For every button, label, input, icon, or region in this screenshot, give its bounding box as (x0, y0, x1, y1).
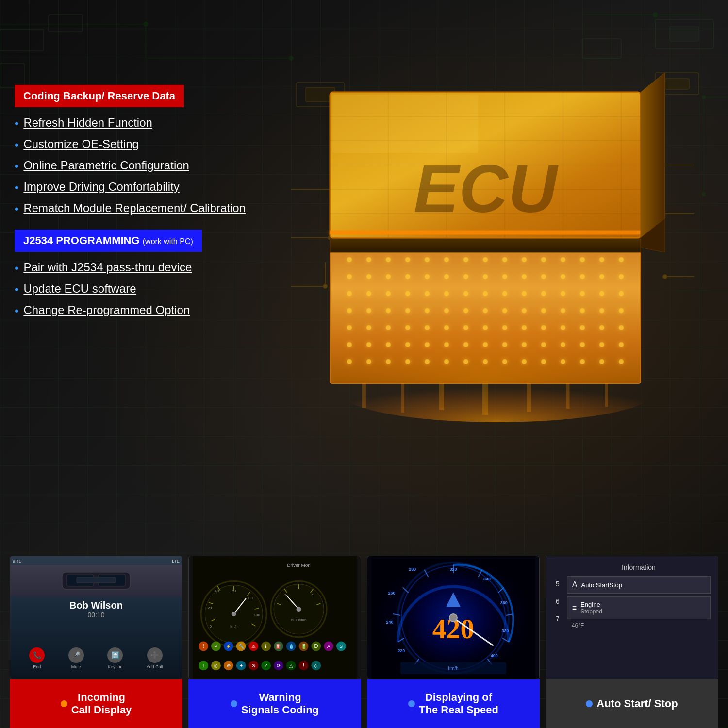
end-label: End (33, 664, 41, 669)
feature-item-2: • Customize OE-Setting (15, 137, 252, 152)
svg-point-99 (561, 308, 565, 313)
svg-point-61 (405, 274, 410, 279)
svg-point-81 (502, 291, 507, 296)
j2534-dot-1: • (15, 262, 18, 275)
svg-point-46 (405, 257, 410, 262)
svg-point-104 (366, 325, 371, 330)
incoming-call-label: IncomingCall Display (10, 679, 182, 728)
svg-text:340: 340 (483, 577, 491, 581)
auto-screen-header: 5 6 7 Information A Auto StartStop (553, 563, 711, 629)
j2534-features-list: • Pair with J2534 pass-thru device • Upd… (15, 261, 252, 318)
j2534-dot-2: • (15, 283, 18, 297)
engine-info: Engine Stopped (580, 601, 602, 615)
svg-text:360: 360 (500, 600, 508, 605)
svg-rect-16 (670, 27, 699, 41)
keypad-label: Keypad (108, 664, 123, 669)
btn-end-group: 📞 End (29, 647, 45, 669)
auto-start-stop-info: Auto StartStop (581, 581, 622, 589)
add-call-button[interactable]: ➕ (147, 647, 163, 663)
end-call-button[interactable]: 📞 (29, 647, 45, 663)
svg-text:2: 2 (284, 594, 286, 597)
auto-icon: A (572, 580, 578, 589)
svg-point-128 (541, 342, 546, 347)
svg-point-119 (366, 342, 371, 347)
feature-item-4: • Improve Driving Comfortability (15, 180, 252, 195)
svg-point-43 (347, 257, 352, 262)
svg-point-85 (580, 291, 585, 296)
svg-point-144 (561, 359, 565, 364)
add-call-label: Add Call (147, 664, 163, 669)
svg-text:4: 4 (298, 587, 300, 590)
svg-point-112 (522, 325, 527, 330)
car-dashboard-top (10, 565, 182, 596)
svg-point-117 (619, 325, 624, 330)
number-6: 6 (556, 597, 560, 605)
svg-text:A: A (327, 644, 331, 649)
ecu-chip-area: ECU (267, 44, 728, 422)
feature-text-1: Refresh Hidden Function (23, 116, 152, 130)
svg-point-90 (386, 308, 391, 313)
svg-point-135 (386, 359, 391, 364)
svg-point-64 (463, 274, 468, 279)
svg-point-118 (347, 342, 352, 347)
svg-point-70 (580, 274, 585, 279)
svg-point-109 (463, 325, 468, 330)
feature-item-1: • Refresh Hidden Function (15, 116, 252, 131)
engine-icon: ≡ (572, 604, 577, 612)
svg-point-94 (463, 308, 468, 313)
svg-point-45 (386, 257, 391, 262)
svg-text:0: 0 (210, 624, 212, 629)
svg-point-71 (599, 274, 604, 279)
svg-text:ECU: ECU (414, 150, 558, 227)
speedometer-svg: 320 340 360 380 400 280 260 240 220 (367, 556, 539, 679)
svg-point-95 (483, 308, 488, 313)
svg-point-73 (347, 291, 352, 296)
svg-point-107 (425, 325, 430, 330)
engine-status: Stopped (580, 608, 602, 615)
svg-point-49 (463, 257, 468, 262)
j2534-badge-main: J2534 PROGRAMMING (23, 234, 140, 247)
main-container: ADVANCED ECU CODING Coding Backup/ Reser… (0, 0, 728, 728)
svg-text:km/h: km/h (448, 665, 458, 671)
svg-point-66 (502, 274, 507, 279)
svg-point-65 (483, 274, 488, 279)
svg-text:⚡: ⚡ (226, 644, 232, 650)
svg-text:⊕: ⊕ (227, 663, 231, 668)
j2534-section: J2534 PROGRAMMING (work with PC) • Pair … (15, 230, 252, 318)
call-duration: 00:10 (10, 611, 182, 619)
svg-point-196 (232, 612, 236, 616)
svg-point-125 (483, 342, 488, 347)
svg-text:100: 100 (254, 613, 261, 617)
auto-screen-numbers: 5 6 7 (553, 570, 560, 623)
svg-point-78 (444, 291, 449, 296)
svg-point-57 (619, 257, 624, 262)
bullet-dot-1: • (15, 117, 18, 131)
svg-text:220: 220 (397, 648, 405, 653)
svg-point-111 (502, 325, 507, 330)
keypad-button[interactable]: #️⃣ (107, 647, 123, 663)
svg-rect-18 (0, 29, 44, 51)
svg-point-7 (653, 12, 658, 17)
mute-button[interactable]: 🎤 (68, 647, 84, 663)
incoming-call-text: IncomingCall Display (71, 691, 132, 717)
svg-point-103 (347, 325, 352, 330)
warning-signals-thumbnail: 60 80 100 40 20 0 km/h (188, 556, 361, 679)
warning-signals-text: WarningSignals Coding (241, 691, 319, 717)
auto-start-stop-dot (586, 700, 593, 707)
svg-point-35 (663, 275, 667, 279)
svg-point-102 (619, 308, 624, 313)
j2534-badge: J2534 PROGRAMMING (work with PC) (15, 230, 202, 252)
feature-text-4: Improve Driving Comfortability (23, 180, 179, 194)
engine-label: Engine (580, 601, 602, 608)
svg-point-89 (366, 308, 371, 313)
auto-screen: 5 6 7 Information A Auto StartStop (546, 556, 718, 679)
real-speed-text: Displaying ofThe Real Speed (419, 691, 498, 717)
svg-point-142 (522, 359, 527, 364)
caller-name: Bob Wilson (10, 600, 182, 611)
feature-text-5: Rematch Module Replacement/ Calibration (23, 201, 246, 215)
svg-point-101 (599, 308, 604, 313)
j2534-item-1: • Pair with J2534 pass-thru device (15, 261, 252, 275)
svg-text:260: 260 (388, 591, 396, 596)
svg-point-110 (483, 325, 488, 330)
svg-text:⛽: ⛽ (276, 644, 282, 650)
